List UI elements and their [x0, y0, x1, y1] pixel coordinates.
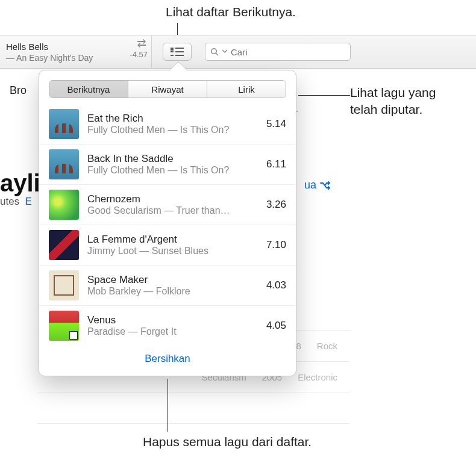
now-playing-subtitle: — An Easy Night's Day — [6, 53, 145, 63]
queue-item-title: Chernozem — [87, 193, 258, 205]
queue-item-subtitle: Fully Clothed Men — Is This On? — [87, 165, 258, 176]
album-art — [49, 149, 79, 179]
up-next-button[interactable] — [163, 43, 192, 61]
search-icon — [210, 48, 219, 56]
queue-list: Eat the Rich Fully Clothed Men — Is This… — [39, 101, 296, 346]
queue-item-subtitle: Jimmy Loot — Sunset Blues — [87, 246, 258, 256]
album-art — [49, 190, 79, 220]
bg-subtext-fragment: utes E — [0, 196, 32, 208]
callout-right-leader — [298, 95, 350, 96]
bg-shuffle-fragment[interactable]: ua — [304, 179, 332, 191]
svg-rect-2 — [175, 51, 184, 52]
queue-item[interactable]: Venus Paradise — Forget It 4.05 — [39, 306, 296, 346]
search-input[interactable] — [231, 47, 345, 57]
queue-item-title: Space Maker — [87, 274, 258, 286]
svg-rect-3 — [175, 55, 184, 56]
queue-item-duration: 7.10 — [266, 239, 286, 251]
tab-history[interactable]: Riwayat — [128, 81, 207, 98]
queue-item-subtitle: Mob Barkley — Folklore — [87, 286, 258, 297]
queue-item-title: Back In the Saddle — [87, 153, 258, 165]
search-field-wrap[interactable] — [205, 43, 351, 61]
clear-button[interactable]: Bersihkan — [39, 346, 296, 376]
callout-right: Lihat lagu yang telah diputar. — [350, 84, 436, 119]
svg-point-6 — [211, 49, 216, 54]
callout-bottom-leader — [168, 379, 168, 432]
svg-rect-5 — [171, 51, 174, 52]
svg-rect-4 — [171, 55, 174, 56]
queue-item-subtitle: Paradise — Forget It — [87, 326, 258, 337]
svg-line-7 — [216, 54, 219, 56]
album-art — [49, 311, 79, 341]
album-art — [49, 109, 79, 139]
repeat-icon[interactable] — [136, 39, 148, 48]
queue-item[interactable]: Space Maker Mob Barkley — Folklore 4.03 — [39, 266, 296, 306]
now-playing-display[interactable]: Hells Bells — An Easy Night's Day -4.57 — [0, 36, 152, 68]
queue-item-duration: 3.26 — [266, 199, 286, 211]
toolbar: Hells Bells — An Easy Night's Day -4.57 — [0, 35, 476, 69]
shuffle-icon — [320, 181, 332, 190]
svg-rect-0 — [171, 48, 174, 51]
queue-item-subtitle: Fully Clothed Men — Is This On? — [87, 125, 258, 135]
bg-browse-fragment: Bro — [10, 84, 27, 97]
now-playing-title: Hells Bells — [6, 42, 145, 52]
chevron-down-icon — [222, 49, 227, 54]
queue-item[interactable]: Chernozem Good Secularism — Truer than… … — [39, 185, 296, 225]
segmented-control: Berikutnya Riwayat Lirik — [49, 80, 286, 98]
now-playing-time-remaining: -4.57 — [130, 50, 148, 59]
svg-rect-1 — [175, 48, 184, 49]
queue-item-duration: 4.03 — [266, 279, 286, 291]
list-icon — [171, 47, 184, 57]
queue-item-subtitle: Good Secularism — Truer than… — [87, 205, 258, 216]
queue-item[interactable]: Eat the Rich Fully Clothed Men — Is This… — [39, 104, 296, 144]
queue-item[interactable]: La Femme d'Argent Jimmy Loot — Sunset Bl… — [39, 225, 296, 266]
queue-item-title: Eat the Rich — [87, 113, 258, 125]
album-art — [49, 270, 79, 300]
callout-bottom: Hapus semua lagu dari daftar. — [143, 435, 312, 449]
album-art — [49, 230, 79, 260]
tab-lyrics[interactable]: Lirik — [207, 81, 286, 98]
bg-table-row — [37, 393, 349, 424]
up-next-popover: Berikutnya Riwayat Lirik Eat the Rich Fu… — [39, 70, 296, 376]
queue-item-duration: 6.11 — [266, 158, 286, 170]
tab-next[interactable]: Berikutnya — [49, 81, 128, 98]
queue-item-duration: 4.05 — [266, 320, 286, 332]
queue-item-title: La Femme d'Argent — [87, 234, 258, 246]
queue-item-title: Venus — [87, 314, 258, 326]
queue-item[interactable]: Back In the Saddle Fully Clothed Men — I… — [39, 144, 296, 185]
queue-item-duration: 5.14 — [266, 118, 286, 130]
callout-top: Lihat daftar Berikutnya. — [166, 5, 296, 19]
